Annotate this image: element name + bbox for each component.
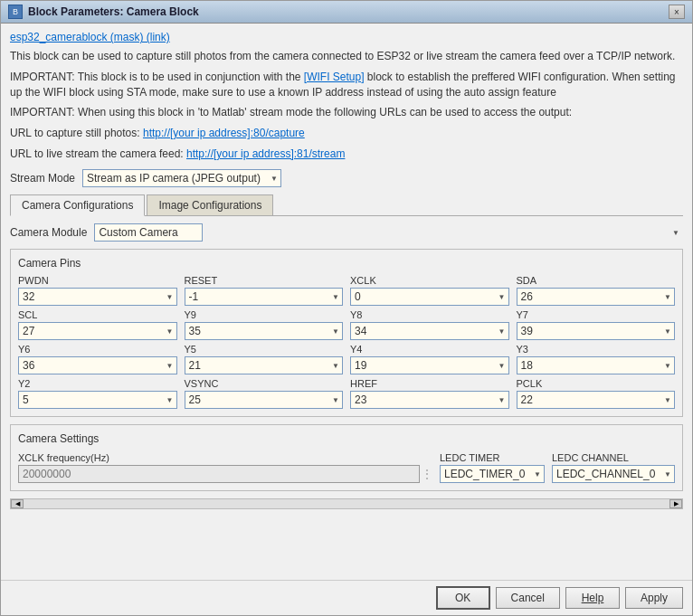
- pin-label-href: HREF: [350, 378, 509, 389]
- camera-module-select[interactable]: Custom CameraAI-ThinkerM5Stack-PSRAMM5St…: [94, 223, 203, 242]
- pin-select-wrapper-y6: 36: [18, 356, 177, 374]
- help-button[interactable]: Help: [565, 587, 620, 609]
- pin-select-wrapper-xclk: 0: [350, 288, 509, 306]
- scroll-right-button[interactable]: ▶: [669, 499, 682, 508]
- xclk-input[interactable]: [18, 465, 420, 483]
- tab-camera-configurations[interactable]: Camera Configurations: [10, 194, 145, 216]
- description-text: This block can be used to capture still …: [10, 49, 683, 64]
- ok-label: OK: [455, 592, 470, 604]
- ledc-timer-select[interactable]: LEDC_TIMER_0LEDC_TIMER_1LEDC_TIMER_2: [440, 465, 545, 483]
- title-bar-left: B Block Parameters: Camera Block: [8, 5, 199, 19]
- pin-select-wrapper-pclk: 22: [517, 391, 676, 409]
- pin-select-sda[interactable]: 26: [517, 288, 676, 306]
- pin-label-y8: Y8: [350, 309, 509, 320]
- window-title: Block Parameters: Camera Block: [28, 5, 199, 18]
- xclk-group: XCLK frequency(Hz) ⋮: [18, 452, 432, 483]
- pin-select-pclk[interactable]: 22: [517, 391, 676, 409]
- pin-label-scl: SCL: [18, 309, 177, 320]
- pin-select-wrapper-scl: 27: [18, 322, 177, 340]
- wifi-setup-link[interactable]: [WIFI Setup]: [304, 71, 365, 83]
- tab-image-configurations[interactable]: Image Configurations: [147, 194, 273, 216]
- url2-link[interactable]: http://[your ip address]:81/stream: [186, 147, 345, 160]
- pin-select-y6[interactable]: 36: [18, 356, 177, 374]
- pin-group-y7: Y739: [517, 309, 676, 340]
- pin-select-y9[interactable]: 35: [185, 322, 344, 340]
- close-button[interactable]: ×: [669, 5, 685, 19]
- camera-settings-section: Camera Settings XCLK frequency(Hz) ⋮ LED…: [10, 424, 683, 491]
- stream-mode-select[interactable]: Stream as IP camera (JPEG output)To Matl…: [82, 169, 281, 187]
- pin-label-pclk: PCLK: [517, 378, 676, 389]
- ledc-timer-label: LEDC TIMER: [440, 452, 545, 463]
- xclk-input-row: ⋮: [18, 465, 432, 483]
- help-label: Help: [582, 592, 604, 604]
- pin-label-y6: Y6: [18, 344, 177, 355]
- apply-label: Apply: [641, 592, 668, 604]
- pin-select-y5[interactable]: 21: [185, 356, 344, 374]
- url1-label: URL to capture still photos:: [10, 127, 140, 139]
- pin-select-y7[interactable]: 39: [517, 322, 676, 340]
- title-bar: B Block Parameters: Camera Block ×: [1, 1, 692, 24]
- cancel-label: Cancel: [511, 592, 545, 604]
- ledc-timer-group: LEDC TIMER LEDC_TIMER_0LEDC_TIMER_1LEDC_…: [440, 452, 545, 483]
- pin-select-scl[interactable]: 27: [18, 322, 177, 340]
- important-text-1: IMPORTANT: This block is to be used in c…: [10, 70, 683, 100]
- pin-select-y2[interactable]: 5: [18, 391, 177, 409]
- scroll-track: [24, 499, 669, 508]
- camera-settings-title: Camera Settings: [18, 432, 675, 445]
- horizontal-scrollbar[interactable]: ◀ ▶: [10, 498, 683, 509]
- scroll-left-button[interactable]: ◀: [11, 499, 24, 508]
- pin-group-xclk: XCLK0: [350, 275, 509, 306]
- pin-group-y2: Y25: [18, 378, 177, 409]
- pin-label-sda: SDA: [517, 275, 676, 286]
- important-text-2: IMPORTANT: When using this block in 'to …: [10, 105, 683, 120]
- ok-button[interactable]: OK: [436, 586, 490, 610]
- camera-pins-title: Camera Pins: [18, 257, 675, 270]
- footer: OK Cancel Help Apply: [1, 580, 692, 615]
- pin-select-y3[interactable]: 18: [517, 356, 676, 374]
- tab-image-label: Image Configurations: [158, 199, 261, 212]
- url1-link[interactable]: http://[your ip address]:80/capture: [143, 127, 305, 139]
- pin-select-vsync[interactable]: 25: [185, 391, 344, 409]
- pin-select-wrapper-y8: 34: [350, 322, 509, 340]
- pin-label-y3: Y3: [517, 344, 676, 355]
- ledc-channel-select[interactable]: LEDC_CHANNEL_0LEDC_CHANNEL_1LEDC_CHANNEL…: [552, 465, 675, 483]
- pin-select-pwdn[interactable]: 32: [18, 288, 177, 306]
- pin-select-xclk[interactable]: 0: [350, 288, 509, 306]
- window-icon-letter: B: [13, 7, 18, 16]
- pin-select-wrapper-href: 23: [350, 391, 509, 409]
- camera-module-label: Camera Module: [10, 226, 87, 239]
- pin-group-scl: SCL27: [18, 309, 177, 340]
- pin-select-wrapper-y4: 19: [350, 356, 509, 374]
- mask-link[interactable]: esp32_camerablock (mask) (link): [10, 31, 170, 43]
- url2-label: URL to live stream the camera feed:: [10, 147, 184, 160]
- pins-grid: PWDN32RESET-1XCLK0SDA26SCL27Y935Y834Y739…: [18, 275, 675, 409]
- pin-select-wrapper-y9: 35: [185, 322, 344, 340]
- settings-row: XCLK frequency(Hz) ⋮ LEDC TIMER LEDC_TIM…: [18, 452, 675, 483]
- pin-group-y5: Y521: [185, 344, 344, 374]
- pin-select-y8[interactable]: 34: [350, 322, 509, 340]
- stream-mode-row: Stream Mode Stream as IP camera (JPEG ou…: [10, 169, 683, 187]
- pin-label-xclk: XCLK: [350, 275, 509, 286]
- pin-select-y4[interactable]: 19: [350, 356, 509, 374]
- pin-select-wrapper-y3: 18: [517, 356, 676, 374]
- pin-group-y3: Y318: [517, 344, 676, 374]
- cancel-button[interactable]: Cancel: [496, 587, 560, 609]
- pin-group-vsync: VSYNC25: [185, 378, 344, 409]
- pin-select-wrapper-sda: 26: [517, 288, 676, 306]
- pin-group-y4: Y419: [350, 344, 509, 374]
- main-window: B Block Parameters: Camera Block × esp32…: [0, 0, 693, 616]
- pin-group-pclk: PCLK22: [517, 378, 676, 409]
- content-area: esp32_camerablock (mask) (link) This blo…: [1, 24, 692, 580]
- important-label-1: IMPORTANT: This block is to be used in c…: [10, 71, 304, 83]
- xclk-dots-button[interactable]: ⋮: [422, 468, 432, 480]
- pin-group-y9: Y935: [185, 309, 344, 340]
- pin-select-reset[interactable]: -1: [185, 288, 344, 306]
- pin-select-wrapper-y5: 21: [185, 356, 344, 374]
- pin-label-pwdn: PWDN: [18, 275, 177, 286]
- pin-select-href[interactable]: 23: [350, 391, 509, 409]
- pin-group-sda: SDA26: [517, 275, 676, 306]
- pin-select-wrapper-y7: 39: [517, 322, 676, 340]
- pin-group-reset: RESET-1: [185, 275, 344, 306]
- apply-button[interactable]: Apply: [625, 587, 683, 609]
- ledc-channel-label: LEDC CHANNEL: [552, 452, 675, 463]
